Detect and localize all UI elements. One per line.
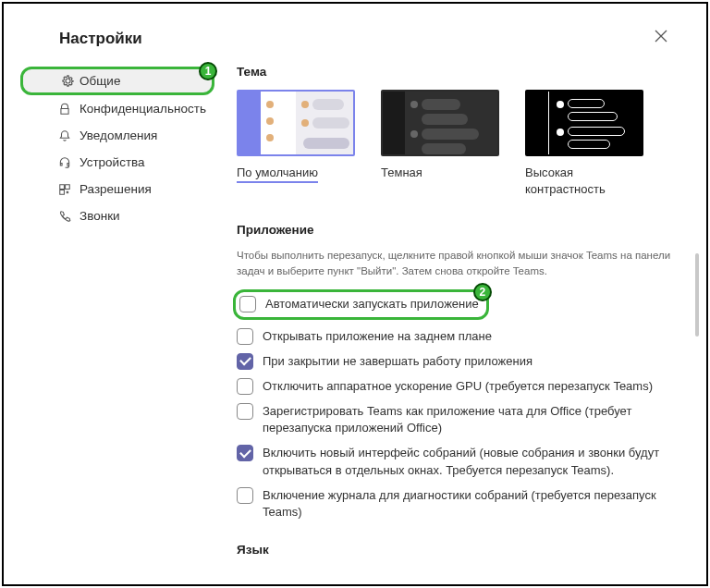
theme-preview-dark xyxy=(381,90,499,156)
apps-icon xyxy=(57,182,72,197)
headset-icon xyxy=(57,155,72,170)
scroll-thumb[interactable] xyxy=(695,253,699,337)
checkbox[interactable] xyxy=(239,296,256,312)
check-label: Включение журнала для диагностики собран… xyxy=(263,487,675,521)
check-meeting-diagnostics-log[interactable]: Включение журнала для диагностики собран… xyxy=(237,487,675,521)
theme-preview-default xyxy=(237,90,355,156)
checkbox[interactable] xyxy=(237,378,253,395)
close-icon xyxy=(655,30,667,43)
gear-icon xyxy=(60,74,75,89)
sidebar-item-calls[interactable]: Звонки xyxy=(20,202,214,229)
main-panel: Тема По умолчанию xyxy=(214,61,706,568)
checkbox[interactable] xyxy=(237,403,253,420)
theme-label: Высокая контрастность xyxy=(525,165,606,196)
check-register-office-chat[interactable]: Зарегистрировать Teams как приложение ча… xyxy=(237,403,675,436)
sidebar: Общие 1 Конфиденциальность Уведомления xyxy=(20,61,214,568)
sidebar-item-label: Общие xyxy=(80,74,120,88)
check-label: Автоматически запускать приложение xyxy=(265,296,479,312)
sidebar-item-label: Конфиденциальность xyxy=(80,102,206,116)
theme-section-title: Тема xyxy=(237,65,675,79)
check-label: При закрытии не завершать работу приложе… xyxy=(263,353,532,370)
check-label: Зарегистрировать Teams как приложение ча… xyxy=(263,403,675,436)
check-label: Отключить аппаратное ускорение GPU (треб… xyxy=(263,378,653,395)
sidebar-item-label: Уведомления xyxy=(80,129,157,142)
check-open-background[interactable]: Открывать приложение на заднем плане xyxy=(237,328,675,345)
app-section-title: Приложение xyxy=(237,223,675,237)
check-keep-running[interactable]: При закрытии не завершать работу приложе… xyxy=(237,353,675,370)
checkbox[interactable] xyxy=(237,353,253,370)
theme-option-default[interactable]: По умолчанию xyxy=(237,90,355,197)
sidebar-item-devices[interactable]: Устройства xyxy=(20,149,214,176)
lang-section-title: Язык xyxy=(237,543,675,557)
annotation-badge-1: 1 xyxy=(199,62,217,80)
check-auto-start[interactable]: Автоматически запускать приложение 2 xyxy=(233,289,489,319)
theme-option-dark[interactable]: Темная xyxy=(381,90,499,197)
check-label: Включить новый интерфейс собраний (новые… xyxy=(263,445,675,478)
sidebar-item-privacy[interactable]: Конфиденциальность xyxy=(20,95,214,122)
lock-icon xyxy=(57,102,72,116)
theme-label: Темная xyxy=(381,165,422,179)
theme-preview-hc xyxy=(525,90,643,156)
phone-icon xyxy=(57,209,72,224)
app-restart-hint: Чтобы выполнить перезапуск, щелкните пра… xyxy=(237,248,675,278)
sidebar-item-label: Устройства xyxy=(80,155,145,169)
close-button[interactable] xyxy=(655,30,667,43)
sidebar-item-label: Звонки xyxy=(80,209,120,223)
scrollbar[interactable] xyxy=(695,68,699,566)
theme-option-high-contrast[interactable]: Высокая контрастность xyxy=(525,90,643,197)
settings-title: Настройки xyxy=(59,30,706,48)
sidebar-item-label: Разрешения xyxy=(80,182,152,196)
check-new-meeting-ui[interactable]: Включить новый интерфейс собраний (новые… xyxy=(237,445,675,478)
sidebar-item-general[interactable]: Общие 1 xyxy=(20,67,214,95)
sidebar-item-permissions[interactable]: Разрешения xyxy=(20,176,214,202)
sidebar-item-notifications[interactable]: Уведомления xyxy=(20,122,214,149)
checkbox[interactable] xyxy=(237,487,253,504)
check-label: Открывать приложение на заднем плане xyxy=(263,328,492,345)
checkbox[interactable] xyxy=(237,445,253,461)
theme-label: По умолчанию xyxy=(237,165,318,183)
annotation-badge-2: 2 xyxy=(473,283,492,301)
checkbox[interactable] xyxy=(237,328,253,345)
bell-icon xyxy=(57,129,72,143)
check-disable-gpu[interactable]: Отключить аппаратное ускорение GPU (треб… xyxy=(237,378,675,395)
